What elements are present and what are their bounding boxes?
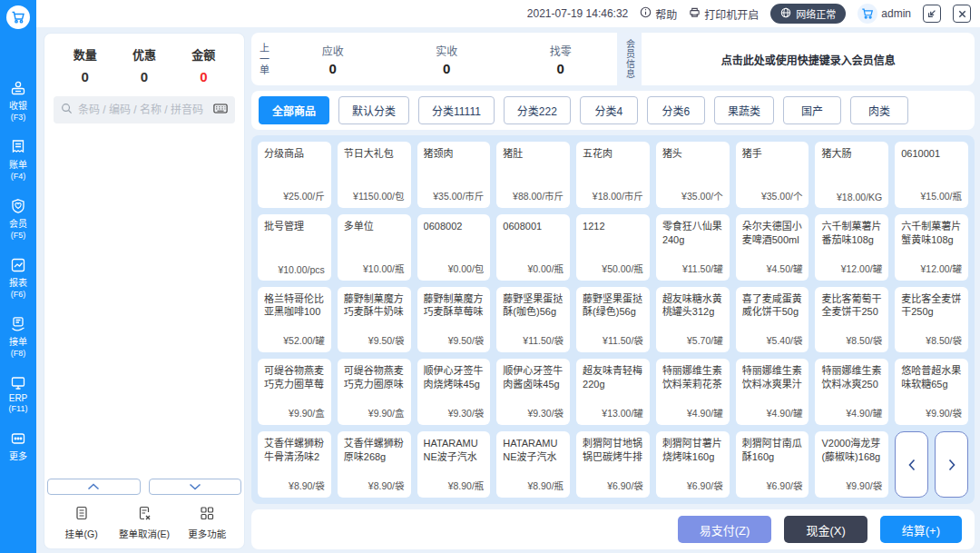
product-card[interactable]: 0608002 ¥0.00/包 — [417, 214, 491, 281]
previous-order-button[interactable]: 上一单 — [251, 33, 276, 85]
product-card[interactable]: 可缇谷物燕麦巧克力圈原味 ¥9.90/盒 — [338, 359, 411, 425]
product-card[interactable]: 1212 ¥50.00/瓶 — [576, 214, 650, 281]
product-card[interactable]: 零食狂八仙果240g ¥11.50/罐 — [656, 214, 730, 281]
product-card[interactable]: 分级商品 ¥25.00/斤 — [258, 142, 331, 208]
product-card[interactable]: HATARAMUNE波子汽水 ¥8.90/瓶 — [417, 431, 491, 498]
cancel-order-icon — [137, 506, 152, 524]
product-card[interactable]: 0610001 ¥15.00/瓶 — [895, 142, 968, 208]
category-tab[interactable]: 分类11111 — [418, 96, 495, 124]
product-name: 猪大肠 — [821, 147, 882, 161]
product-card[interactable]: 特丽娜维生素饮料茉莉花茶 ¥4.90/罐 — [656, 359, 730, 425]
category-tab[interactable]: 全部商品 — [259, 96, 329, 124]
hold-order-button[interactable]: 挂单(G) — [50, 506, 113, 540]
product-card[interactable]: 猪大肠 ¥18.00/KG — [815, 142, 888, 208]
product-card[interactable]: 藤野制菓魔方巧麦酥牛奶味 ¥9.50/袋 — [338, 287, 411, 353]
product-card[interactable]: 麦比客全麦饼干250g ¥8.50/袋 — [895, 287, 968, 353]
product-card[interactable]: 刺猬阿甘地锅锅巴碳烤牛排 ¥6.90/袋 — [576, 431, 650, 498]
pay-button[interactable]: 结算(+) — [880, 516, 962, 543]
product-card[interactable]: 刺猬阿甘薯片烧烤味160g ¥6.90/袋 — [656, 431, 730, 498]
keyboard-icon[interactable] — [213, 102, 228, 118]
product-card[interactable]: 顺伊心牙签牛肉烧烤味45g ¥9.30/袋 — [417, 359, 491, 425]
product-card[interactable]: 猪手 ¥35.00/个 — [736, 142, 809, 208]
close-window-button[interactable] — [953, 5, 971, 23]
product-name: 可缇谷物燕麦巧克力圈原味 — [344, 364, 405, 391]
user-account[interactable]: admin — [858, 4, 911, 24]
product-card[interactable]: 藤野坚果蛋挞酥(咖色)56g ¥11.50/袋 — [496, 287, 570, 353]
pay-button[interactable]: 易支付(Z) — [678, 516, 772, 543]
product-card[interactable]: 艾香伴螺狮粉原味268g ¥8.90/袋 — [338, 431, 411, 498]
product-price: ¥0.00/包 — [448, 262, 485, 275]
product-card[interactable]: 可缇谷物燕麦巧克力圈草莓 ¥9.90/盒 — [258, 359, 331, 425]
product-card[interactable]: 顺伊心牙签牛肉酱卤味45g ¥9.30/袋 — [496, 359, 570, 425]
category-tab[interactable]: 国产 — [783, 96, 841, 124]
product-card[interactable]: 喜了麦咸蛋黄威化饼干50g ¥5.40/袋 — [736, 287, 809, 353]
product-card[interactable]: 超友味青轻梅220g ¥13.00/罐 — [576, 359, 650, 425]
more-functions-icon — [200, 506, 214, 524]
product-name: 猪肚 — [503, 147, 564, 161]
product-card[interactable]: 猪肚 ¥88.00/市斤 — [496, 142, 570, 208]
cart-item-list — [44, 131, 244, 479]
product-name: 多单位 — [344, 220, 405, 233]
cancel-order-button[interactable]: 整单取消(E) — [113, 506, 175, 540]
product-card[interactable]: 麦比客葡萄干全麦饼干250 ¥8.50/袋 — [815, 287, 888, 353]
product-price: ¥8.50/袋 — [926, 333, 962, 347]
product-card[interactable]: 刺猬阿甘南瓜酥160g ¥6.90/袋 — [736, 431, 809, 498]
product-card[interactable]: 藤野制菓魔方巧麦酥草莓味 ¥9.50/袋 — [417, 287, 491, 353]
product-card[interactable]: 节日大礼包 ¥1150.00/包 — [338, 142, 411, 208]
scroll-up-button[interactable] — [47, 479, 141, 495]
sidebar-item-member[interactable]: 会员 (F5) — [0, 198, 36, 240]
product-name: 1212 — [583, 220, 643, 233]
product-card[interactable]: 五花肉 ¥18.00/市斤 — [576, 142, 650, 208]
printer-status[interactable]: 打印机开启 — [689, 6, 759, 22]
category-tab[interactable]: 分类6 — [647, 96, 705, 124]
category-tab[interactable]: 果蔬类 — [714, 96, 774, 124]
sidebar-item-cashier[interactable]: 收银 (F3) — [0, 80, 36, 122]
product-price: ¥9.90/袋 — [847, 479, 883, 492]
search-input[interactable] — [78, 104, 208, 116]
product-name: 猪颈肉 — [424, 147, 485, 161]
product-card[interactable]: 悠哈普超水果味软糖65g ¥9.90/袋 — [895, 359, 968, 425]
product-card[interactable]: 六千制菓薯片番茄味108g ¥12.00/罐 — [815, 214, 888, 281]
product-card[interactable]: 藤野坚果蛋挞酥(绿色)56g ¥11.50/袋 — [576, 287, 650, 353]
page-next-button[interactable] — [935, 431, 968, 498]
product-card[interactable]: 猪头 ¥35.00/个 — [656, 142, 730, 208]
category-tab[interactable]: 分类4 — [580, 96, 638, 124]
member-entry-button[interactable]: 点击此处或使用快捷键录入会员信息 — [642, 33, 975, 85]
product-card[interactable]: 六千制菓薯片蟹黄味108g ¥12.00/罐 — [895, 214, 968, 281]
product-card[interactable]: 0608001 ¥0.00/瓶 — [496, 214, 570, 281]
sidebar-item-bill[interactable]: 账单 (F4) — [0, 139, 36, 181]
sidebar-item-erp[interactable]: ERP (F11) — [0, 375, 36, 413]
sidebar-item-report[interactable]: 报表 (F6) — [0, 257, 36, 299]
category-tab[interactable]: 肉类 — [850, 96, 908, 124]
page-prev-button[interactable] — [895, 431, 928, 498]
restore-window-button[interactable] — [923, 5, 941, 23]
product-card[interactable]: 特丽娜维生素饮料冰爽250 ¥4.90/罐 — [815, 359, 888, 425]
product-card[interactable]: V2000海龙芽(藤椒味)168g ¥9.90/袋 — [815, 431, 888, 498]
product-price: ¥35.00/个 — [681, 189, 723, 202]
product-name: 刺猬阿甘地锅锅巴碳烤牛排 — [583, 437, 643, 464]
product-card[interactable]: 多单位 ¥10.00/瓶 — [338, 214, 411, 281]
product-card[interactable]: HATARAMUNE波子汽水 ¥8.90/瓶 — [496, 431, 570, 498]
sidebar-item-more[interactable]: 更多 — [0, 430, 36, 462]
product-card[interactable]: 朵尔夫德国小麦啤酒500ml ¥4.50/罐 — [736, 214, 809, 281]
pay-button[interactable]: 现金(X) — [784, 516, 867, 543]
category-tabs: 全部商品默认分类分类11111分类222分类4分类6果蔬类国产肉类 — [251, 91, 975, 130]
product-card[interactable]: 艾香伴螺狮粉牛骨清汤味2 ¥8.90/袋 — [258, 431, 331, 498]
product-card[interactable]: 批号管理 ¥10.00/pcs — [258, 214, 331, 281]
product-name: 悠哈普超水果味软糖65g — [901, 364, 962, 391]
product-price: ¥18.00/市斤 — [593, 189, 643, 202]
sidebar-item-take-order[interactable]: 接单 (F8) — [0, 316, 36, 358]
category-tab[interactable]: 分类222 — [504, 96, 571, 124]
product-card[interactable]: 特丽娜维生素饮料冰爽果汁 ¥4.90/罐 — [736, 359, 809, 425]
category-tab[interactable]: 默认分类 — [338, 96, 409, 124]
product-card[interactable]: 猪颈肉 ¥35.00/市斤 — [417, 142, 491, 208]
product-card[interactable]: 格兰特哥伦比亚黑咖啡100 ¥52.00/罐 — [258, 287, 331, 353]
help-button[interactable]: 帮助 — [640, 6, 677, 22]
product-card[interactable]: 超友味糖水黄桃罐头312g ¥5.70/罐 — [656, 287, 730, 353]
product-name: 分级商品 — [264, 147, 325, 161]
scroll-down-button[interactable] — [149, 479, 242, 495]
hold-order-icon — [74, 506, 89, 524]
more-functions-button[interactable]: 更多功能 — [176, 506, 239, 540]
qty-label: 数量 — [55, 45, 114, 63]
sidebar: 收银 (F3) 账单 (F4) 会员 (F5) 报表 (F6) 接单 (F8) … — [0, 0, 36, 553]
